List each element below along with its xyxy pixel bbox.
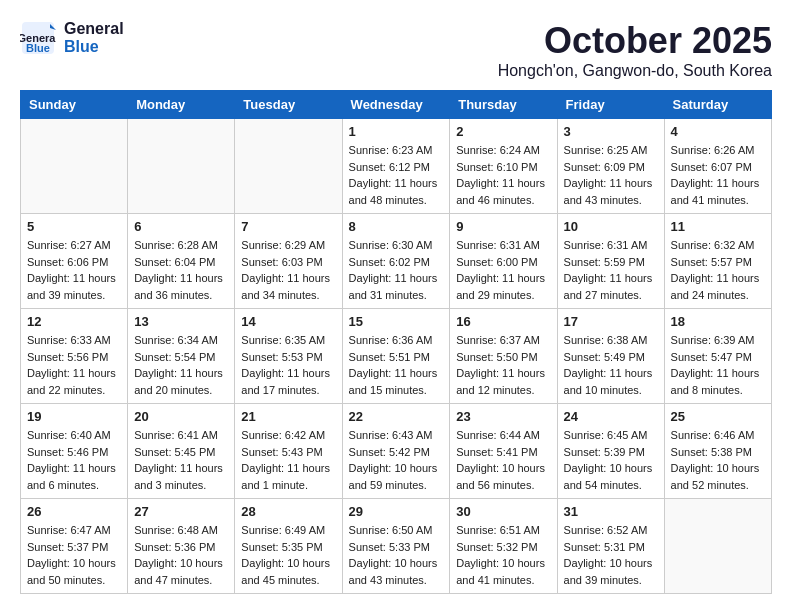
table-row: 24Sunrise: 6:45 AM Sunset: 5:39 PM Dayli… [557,404,664,499]
table-row [21,119,128,214]
calendar-table: Sunday Monday Tuesday Wednesday Thursday… [20,90,772,594]
table-row: 16Sunrise: 6:37 AM Sunset: 5:50 PM Dayli… [450,309,557,404]
day-info: Sunrise: 6:35 AM Sunset: 5:53 PM Dayligh… [241,332,335,398]
day-number: 10 [564,219,658,234]
day-number: 3 [564,124,658,139]
day-info: Sunrise: 6:26 AM Sunset: 6:07 PM Dayligh… [671,142,765,208]
day-info: Sunrise: 6:40 AM Sunset: 5:46 PM Dayligh… [27,427,121,493]
header: General Blue General Blue October 2025 H… [20,20,772,80]
calendar-week-row: 12Sunrise: 6:33 AM Sunset: 5:56 PM Dayli… [21,309,772,404]
header-saturday: Saturday [664,91,771,119]
table-row [128,119,235,214]
day-info: Sunrise: 6:31 AM Sunset: 6:00 PM Dayligh… [456,237,550,303]
day-info: Sunrise: 6:25 AM Sunset: 6:09 PM Dayligh… [564,142,658,208]
day-info: Sunrise: 6:39 AM Sunset: 5:47 PM Dayligh… [671,332,765,398]
day-number: 8 [349,219,444,234]
day-number: 24 [564,409,658,424]
day-info: Sunrise: 6:51 AM Sunset: 5:32 PM Dayligh… [456,522,550,588]
day-number: 19 [27,409,121,424]
day-info: Sunrise: 6:31 AM Sunset: 5:59 PM Dayligh… [564,237,658,303]
day-number: 30 [456,504,550,519]
day-info: Sunrise: 6:44 AM Sunset: 5:41 PM Dayligh… [456,427,550,493]
day-number: 13 [134,314,228,329]
day-info: Sunrise: 6:41 AM Sunset: 5:45 PM Dayligh… [134,427,228,493]
day-info: Sunrise: 6:46 AM Sunset: 5:38 PM Dayligh… [671,427,765,493]
day-number: 18 [671,314,765,329]
table-row [664,499,771,594]
day-number: 5 [27,219,121,234]
header-monday: Monday [128,91,235,119]
table-row: 1Sunrise: 6:23 AM Sunset: 6:12 PM Daylig… [342,119,450,214]
day-info: Sunrise: 6:28 AM Sunset: 6:04 PM Dayligh… [134,237,228,303]
calendar-header-row: Sunday Monday Tuesday Wednesday Thursday… [21,91,772,119]
table-row: 9Sunrise: 6:31 AM Sunset: 6:00 PM Daylig… [450,214,557,309]
table-row: 30Sunrise: 6:51 AM Sunset: 5:32 PM Dayli… [450,499,557,594]
table-row: 10Sunrise: 6:31 AM Sunset: 5:59 PM Dayli… [557,214,664,309]
day-number: 2 [456,124,550,139]
day-info: Sunrise: 6:42 AM Sunset: 5:43 PM Dayligh… [241,427,335,493]
day-number: 20 [134,409,228,424]
table-row: 27Sunrise: 6:48 AM Sunset: 5:36 PM Dayli… [128,499,235,594]
page-container: General Blue General Blue October 2025 H… [20,20,772,594]
table-row: 22Sunrise: 6:43 AM Sunset: 5:42 PM Dayli… [342,404,450,499]
day-number: 14 [241,314,335,329]
day-number: 27 [134,504,228,519]
day-number: 16 [456,314,550,329]
day-info: Sunrise: 6:50 AM Sunset: 5:33 PM Dayligh… [349,522,444,588]
day-number: 1 [349,124,444,139]
table-row: 8Sunrise: 6:30 AM Sunset: 6:02 PM Daylig… [342,214,450,309]
day-info: Sunrise: 6:27 AM Sunset: 6:06 PM Dayligh… [27,237,121,303]
calendar-week-row: 19Sunrise: 6:40 AM Sunset: 5:46 PM Dayli… [21,404,772,499]
logo: General Blue General Blue [20,20,124,56]
table-row: 7Sunrise: 6:29 AM Sunset: 6:03 PM Daylig… [235,214,342,309]
day-number: 26 [27,504,121,519]
table-row: 23Sunrise: 6:44 AM Sunset: 5:41 PM Dayli… [450,404,557,499]
day-number: 23 [456,409,550,424]
day-number: 15 [349,314,444,329]
header-tuesday: Tuesday [235,91,342,119]
logo-text: General Blue [64,20,124,56]
day-info: Sunrise: 6:34 AM Sunset: 5:54 PM Dayligh… [134,332,228,398]
day-number: 29 [349,504,444,519]
table-row [235,119,342,214]
table-row: 3Sunrise: 6:25 AM Sunset: 6:09 PM Daylig… [557,119,664,214]
day-info: Sunrise: 6:45 AM Sunset: 5:39 PM Dayligh… [564,427,658,493]
header-friday: Friday [557,91,664,119]
day-info: Sunrise: 6:38 AM Sunset: 5:49 PM Dayligh… [564,332,658,398]
day-info: Sunrise: 6:37 AM Sunset: 5:50 PM Dayligh… [456,332,550,398]
calendar-week-row: 5Sunrise: 6:27 AM Sunset: 6:06 PM Daylig… [21,214,772,309]
table-row: 17Sunrise: 6:38 AM Sunset: 5:49 PM Dayli… [557,309,664,404]
day-info: Sunrise: 6:49 AM Sunset: 5:35 PM Dayligh… [241,522,335,588]
calendar-week-row: 1Sunrise: 6:23 AM Sunset: 6:12 PM Daylig… [21,119,772,214]
day-number: 25 [671,409,765,424]
day-info: Sunrise: 6:29 AM Sunset: 6:03 PM Dayligh… [241,237,335,303]
day-number: 28 [241,504,335,519]
svg-text:Blue: Blue [26,42,50,54]
table-row: 15Sunrise: 6:36 AM Sunset: 5:51 PM Dayli… [342,309,450,404]
table-row: 14Sunrise: 6:35 AM Sunset: 5:53 PM Dayli… [235,309,342,404]
header-wednesday: Wednesday [342,91,450,119]
location-title: Hongch'on, Gangwon-do, South Korea [498,62,772,80]
header-thursday: Thursday [450,91,557,119]
table-row: 19Sunrise: 6:40 AM Sunset: 5:46 PM Dayli… [21,404,128,499]
logo-general: General [64,20,124,37]
day-number: 6 [134,219,228,234]
title-section: October 2025 Hongch'on, Gangwon-do, Sout… [498,20,772,80]
day-number: 7 [241,219,335,234]
table-row: 4Sunrise: 6:26 AM Sunset: 6:07 PM Daylig… [664,119,771,214]
table-row: 26Sunrise: 6:47 AM Sunset: 5:37 PM Dayli… [21,499,128,594]
table-row: 2Sunrise: 6:24 AM Sunset: 6:10 PM Daylig… [450,119,557,214]
table-row: 21Sunrise: 6:42 AM Sunset: 5:43 PM Dayli… [235,404,342,499]
table-row: 20Sunrise: 6:41 AM Sunset: 5:45 PM Dayli… [128,404,235,499]
day-info: Sunrise: 6:24 AM Sunset: 6:10 PM Dayligh… [456,142,550,208]
table-row: 12Sunrise: 6:33 AM Sunset: 5:56 PM Dayli… [21,309,128,404]
day-info: Sunrise: 6:36 AM Sunset: 5:51 PM Dayligh… [349,332,444,398]
table-row: 5Sunrise: 6:27 AM Sunset: 6:06 PM Daylig… [21,214,128,309]
day-number: 4 [671,124,765,139]
table-row: 6Sunrise: 6:28 AM Sunset: 6:04 PM Daylig… [128,214,235,309]
day-info: Sunrise: 6:43 AM Sunset: 5:42 PM Dayligh… [349,427,444,493]
table-row: 11Sunrise: 6:32 AM Sunset: 5:57 PM Dayli… [664,214,771,309]
table-row: 18Sunrise: 6:39 AM Sunset: 5:47 PM Dayli… [664,309,771,404]
day-number: 17 [564,314,658,329]
day-number: 12 [27,314,121,329]
